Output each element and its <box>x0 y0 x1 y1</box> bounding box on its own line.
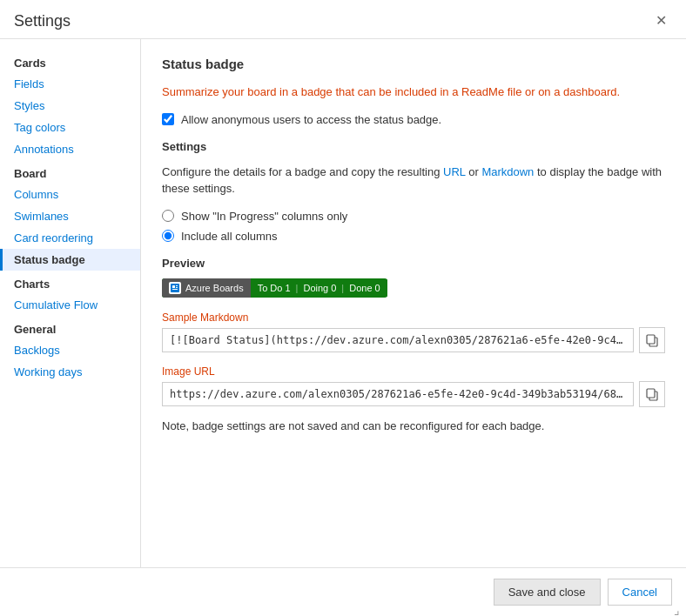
cancel-button[interactable]: Cancel <box>608 579 672 606</box>
sidebar-item-working-days[interactable]: Working days <box>0 361 140 383</box>
radio-row-inprogress: Show "In Progress" columns only <box>162 210 665 223</box>
radio-inprogress-label: Show "In Progress" columns only <box>181 210 347 223</box>
sidebar-item-status-badge[interactable]: Status badge <box>0 249 140 271</box>
sidebar-section-charts: Charts <box>0 271 140 294</box>
radio-allcolumns[interactable] <box>162 230 174 242</box>
resize-handle[interactable]: ⌟ <box>674 604 684 614</box>
badge-right: To Do 1 | Doing 0 | Done 0 <box>251 279 387 297</box>
radio-group: Show "In Progress" columns only Include … <box>162 210 665 243</box>
dialog-body: Cards Fields Styles Tag colors Annotatio… <box>0 39 686 567</box>
radio-inprogress[interactable] <box>162 210 174 222</box>
settings-section-label: Settings <box>162 140 665 153</box>
content-title: Status badge <box>162 57 665 71</box>
close-button[interactable]: ✕ <box>650 10 672 31</box>
summary-text: Summarize your board in a badge that can… <box>162 84 665 101</box>
badge-todo: To Do 1 <box>258 283 291 293</box>
svg-rect-4 <box>172 289 178 290</box>
sample-markdown-input[interactable] <box>162 328 634 352</box>
sidebar-section-general: General <box>0 316 140 339</box>
svg-rect-3 <box>176 287 178 288</box>
sidebar-item-cumulative-flow[interactable]: Cumulative Flow <box>0 294 140 316</box>
copy-markdown-button[interactable] <box>639 327 665 353</box>
radio-allcolumns-label: Include all columns <box>181 230 278 243</box>
note-text: Note, badge settings are not saved and c… <box>162 419 665 432</box>
allow-anonymous-row: Allow anonymous users to access the stat… <box>162 113 665 126</box>
badge-doing: Doing 0 <box>303 283 336 293</box>
url-link[interactable]: URL <box>443 165 466 178</box>
badge-done: Done 0 <box>349 283 380 293</box>
sample-markdown-row <box>162 327 665 353</box>
svg-rect-1 <box>172 285 175 288</box>
sidebar: Cards Fields Styles Tag colors Annotatio… <box>0 39 141 567</box>
dialog-footer: Save and close Cancel <box>0 567 686 616</box>
markdown-link[interactable]: Markdown <box>481 165 534 178</box>
radio-row-allcolumns: Include all columns <box>162 230 665 243</box>
allow-anonymous-label: Allow anonymous users to access the stat… <box>181 113 441 126</box>
image-url-input[interactable] <box>162 382 634 406</box>
image-url-row <box>162 381 665 407</box>
dialog-title: Settings <box>14 12 71 30</box>
sidebar-item-fields[interactable]: Fields <box>0 73 140 95</box>
sidebar-item-tag-colors[interactable]: Tag colors <box>0 117 140 138</box>
sidebar-item-swimlanes[interactable]: Swimlanes <box>0 205 140 227</box>
configure-text: Configure the details for a badge and co… <box>162 164 665 198</box>
svg-rect-2 <box>176 285 178 286</box>
save-close-button[interactable]: Save and close <box>494 579 601 606</box>
badge-app-name: Azure Boards <box>185 283 244 293</box>
allow-anonymous-checkbox[interactable] <box>162 113 174 125</box>
badge-left: Azure Boards <box>162 278 251 298</box>
settings-dialog: Settings ✕ Cards Fields Styles Tag color… <box>0 0 686 616</box>
sidebar-item-columns[interactable]: Columns <box>0 184 140 205</box>
sidebar-section-board: Board <box>0 160 140 184</box>
badge-sep1: | <box>296 283 299 293</box>
badge-icon <box>169 282 181 294</box>
sidebar-item-annotations[interactable]: Annotations <box>0 138 140 160</box>
badge-sep2: | <box>341 283 344 293</box>
svg-rect-8 <box>647 389 655 398</box>
sidebar-item-backlogs[interactable]: Backlogs <box>0 339 140 361</box>
sample-markdown-label: Sample Markdown <box>162 311 665 324</box>
preview-label: Preview <box>162 257 665 270</box>
svg-rect-6 <box>647 335 655 344</box>
sidebar-section-cards: Cards <box>0 50 140 73</box>
copy-url-button[interactable] <box>639 381 665 407</box>
badge-preview: Azure Boards To Do 1 | Doing 0 | Done 0 <box>162 278 387 298</box>
sidebar-item-styles[interactable]: Styles <box>0 95 140 117</box>
main-content: Status badge Summarize your board in a b… <box>141 39 686 567</box>
svg-rect-0 <box>171 284 179 292</box>
image-url-label: Image URL <box>162 365 665 378</box>
dialog-header: Settings ✕ <box>0 0 686 39</box>
sidebar-item-card-reordering[interactable]: Card reordering <box>0 227 140 249</box>
